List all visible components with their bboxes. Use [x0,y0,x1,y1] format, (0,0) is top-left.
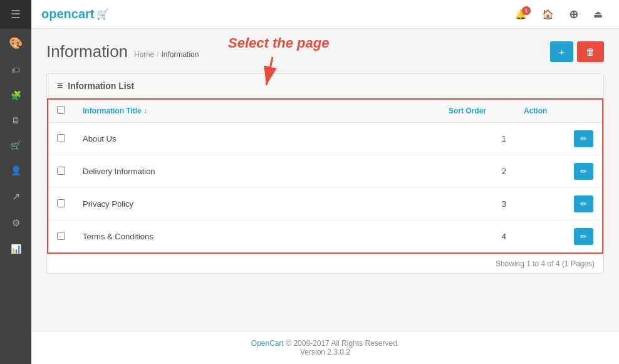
logout-button[interactable]: ⏏ [587,4,609,24]
row-sort-order: 1 [440,123,515,155]
notification-badge: 1 [522,6,531,15]
sidebar: ☰ 🎨 🏷 🧩 🖥 🛒 👤 ↗ ⚙ 📊 [0,0,31,364]
edit-button[interactable]: ✏ [574,163,593,180]
list-icon: ≡ [57,80,63,91]
page-title-area: Information Home / Information [46,42,199,61]
page-header: Information Home / Information Select th… [46,41,604,62]
row-checkbox[interactable] [57,232,65,240]
menu-icon: ☰ [11,8,21,21]
logout-icon: ⏏ [593,9,603,19]
th-checkbox [48,99,74,123]
chart-icon[interactable]: 📊 [0,236,31,261]
row-checkbox-cell [48,188,74,221]
breadcrumb-current: Information [161,50,199,59]
topbar-right: 🔔 1 🏠 ⊕ ⏏ [509,4,609,25]
footer-version: Version 2.3.0.2 [39,348,611,356]
row-checkbox-cell [48,155,74,188]
home-button[interactable]: 🏠 [536,5,560,24]
information-table: Information Title ↓ Sort Order Action Ab… [47,98,603,254]
th-sort-order: Sort Order [440,99,515,123]
topbar: opencart 🛒 🔔 1 🏠 ⊕ ⏏ [31,0,619,29]
table-row: Terms & Conditions 4 ✏ [48,221,603,254]
cart-icon[interactable]: 🛒 [0,133,31,158]
row-action: ✏ [515,123,603,155]
tag-icon[interactable]: 🏷 [0,58,31,83]
page-area: Information Home / Information Select th… [31,29,619,331]
help-icon: ⊕ [569,8,578,21]
card-header-title: Information List [68,81,134,91]
row-title: About Us [74,123,440,155]
footer-copyright: © 2009-2017 All Rights Reserved. [286,339,399,348]
row-sort-order: 2 [440,155,515,188]
gear-icon[interactable]: ⚙ [0,210,31,236]
edit-button[interactable]: ✏ [574,130,593,147]
breadcrumb: Home / Information [134,50,199,59]
logo: opencart 🛒 [41,7,109,21]
row-checkbox[interactable] [57,134,65,142]
help-button[interactable]: ⊕ [563,4,585,25]
logo-text: opencart [41,7,94,21]
pagination-info: Showing 1 to 4 of 4 (1 Pages) [47,254,603,273]
footer-brand-link[interactable]: OpenCart [251,339,284,348]
row-action: ✏ [515,188,603,221]
row-title: Delivery Information [74,155,440,188]
row-action: ✏ [515,155,603,188]
footer-line1: OpenCart © 2009-2017 All Rights Reserved… [39,339,611,348]
sidebar-toggle[interactable]: ☰ [0,0,31,29]
home-icon: 🏠 [542,9,554,19]
trash-icon: 🗑 [586,46,595,57]
table-body: About Us 1 ✏ Delivery Information 2 ✏ Pr… [48,123,603,254]
footer: OpenCart © 2009-2017 All Rights Reserved… [31,331,619,364]
row-sort-order: 3 [440,188,515,221]
row-checkbox-cell [48,221,74,254]
delete-button[interactable]: 🗑 [577,41,604,62]
people-icon[interactable]: 👤 [0,158,31,183]
table-header-row: Information Title ↓ Sort Order Action [48,99,603,123]
row-checkbox[interactable] [57,199,65,207]
table-row: About Us 1 ✏ [48,123,603,155]
row-action: ✏ [515,221,603,254]
add-button[interactable]: + [550,41,573,62]
row-sort-order: 4 [440,221,515,254]
page-title: Information [46,42,128,61]
main-content: opencart 🛒 🔔 1 🏠 ⊕ ⏏ Information [31,0,619,364]
information-card: ≡ Information List Information Title ↓ S… [46,73,604,274]
th-title[interactable]: Information Title ↓ [74,99,440,123]
share-icon[interactable]: ↗ [0,183,31,210]
row-title: Privacy Policy [74,188,440,221]
th-action: Action [515,99,603,123]
edit-button[interactable]: ✏ [574,195,593,212]
breadcrumb-separator: / [157,50,159,59]
page-actions: + 🗑 [550,41,604,62]
table-row: Privacy Policy 3 ✏ [48,188,603,221]
annotation-text: Select the page [228,35,329,51]
select-all-checkbox[interactable] [57,106,65,114]
notification-button[interactable]: 🔔 1 [509,5,533,24]
breadcrumb-home[interactable]: Home [134,50,154,59]
monitor-icon[interactable]: 🖥 [0,108,31,133]
row-checkbox-cell [48,123,74,155]
puzzle-icon[interactable]: 🧩 [0,83,31,108]
palette-icon[interactable]: 🎨 [0,29,31,58]
table-row: Delivery Information 2 ✏ [48,155,603,188]
edit-button[interactable]: ✏ [574,228,593,245]
row-checkbox[interactable] [57,167,65,175]
page-header-wrapper: Information Home / Information Select th… [46,41,604,62]
card-header: ≡ Information List [47,74,603,98]
logo-cart-icon: 🛒 [96,8,109,20]
row-title: Terms & Conditions [74,221,440,254]
